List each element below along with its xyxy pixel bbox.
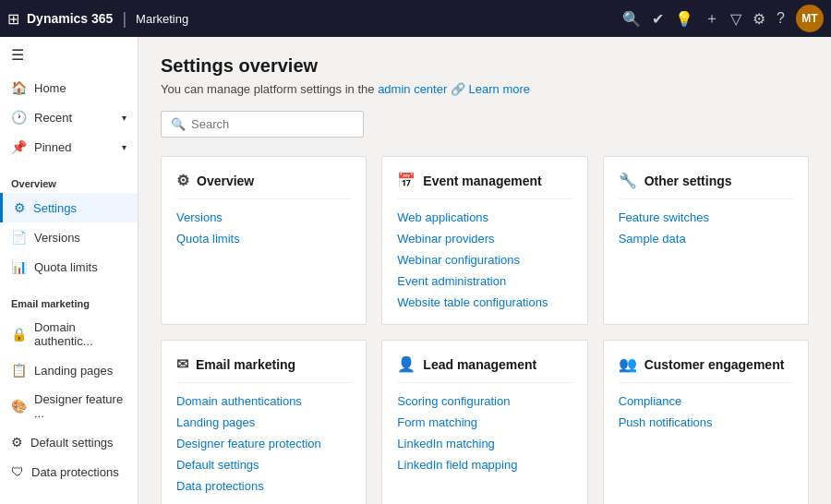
- main-content: Settings overview You can manage platfor…: [138, 37, 831, 504]
- card-link-lead-management-2[interactable]: LinkedIn matching: [397, 437, 572, 450]
- pinned-expand-icon: ▾: [122, 142, 126, 152]
- sidebar-item-recent-label: Recent: [34, 111, 72, 125]
- card-links-email-marketing: Domain authenticationsLanding pagesDesig…: [176, 394, 351, 493]
- sidebar-item-versions[interactable]: 📄 Versions: [0, 222, 138, 252]
- overview-section-title: Overview: [0, 169, 138, 193]
- card-link-other-settings-0[interactable]: Feature switches: [619, 210, 793, 224]
- search-bar[interactable]: 🔍: [161, 111, 364, 138]
- card-link-event-management-3[interactable]: Event administration: [397, 274, 572, 288]
- card-links-overview: VersionsQuota limits: [176, 210, 351, 246]
- settings-icon[interactable]: ⚙: [753, 10, 765, 28]
- card-header-lead-management: 👤 Lead management: [397, 355, 572, 383]
- card-icon-overview: ⚙: [176, 172, 189, 189]
- card-title-overview: Overview: [197, 174, 254, 188]
- pinned-icon: 📌: [11, 139, 27, 154]
- sidebar-item-domain-label: Domain authentic...: [34, 320, 126, 348]
- domain-icon: 🔒: [11, 327, 27, 342]
- learn-more-link[interactable]: Learn more: [469, 82, 530, 96]
- sidebar-item-landing-label: Landing pages: [34, 364, 113, 378]
- card-icon-customer-engagement: 👥: [619, 355, 637, 373]
- settings-sidebar-icon: ⚙: [14, 200, 26, 215]
- top-navigation: ⊞ Dynamics 365 | Marketing 🔍 ✔ 💡 ＋ ▽ ⚙ ?…: [0, 0, 831, 37]
- quota-icon: 📊: [11, 259, 27, 274]
- card-link-lead-management-1[interactable]: Form matching: [397, 415, 572, 429]
- card-header-customer-engagement: 👥 Customer engagement: [619, 355, 793, 383]
- card-header-event-management: 📅 Event management: [397, 172, 572, 199]
- main-layout: ☰ 🏠 Home 🕐 Recent ▾ 📌 Pinned ▾ Overview …: [0, 37, 831, 504]
- settings-card-lead-management: 👤 Lead managementScoring configurationFo…: [381, 340, 587, 504]
- user-avatar[interactable]: MT: [796, 5, 824, 32]
- card-link-overview-0[interactable]: Versions: [176, 210, 351, 224]
- sidebar-hamburger[interactable]: ☰: [0, 37, 138, 73]
- designer-icon: 🎨: [11, 399, 27, 414]
- page-subtitle: You can manage platform settings in the …: [161, 82, 809, 96]
- card-link-event-management-0[interactable]: Web applications: [397, 210, 572, 224]
- card-link-event-management-1[interactable]: Webinar providers: [397, 232, 572, 246]
- help-ring-icon[interactable]: 💡: [675, 10, 693, 28]
- landing-icon: 📋: [11, 363, 27, 378]
- card-link-email-marketing-3[interactable]: Default settings: [176, 458, 351, 472]
- sidebar-item-pinned[interactable]: 📌 Pinned ▾: [0, 132, 138, 162]
- settings-card-other-settings: 🔧 Other settingsFeature switchesSample d…: [603, 156, 809, 325]
- sidebar-item-domain-auth[interactable]: 🔒 Domain authentic...: [0, 313, 138, 355]
- tasks-icon[interactable]: ✔: [652, 10, 664, 28]
- settings-card-email-marketing: ✉ Email marketingDomain authenticationsL…: [161, 340, 367, 504]
- card-link-email-marketing-1[interactable]: Landing pages: [176, 415, 351, 429]
- add-icon[interactable]: ＋: [705, 9, 719, 29]
- sidebar-item-quota-label: Quota limits: [34, 260, 98, 274]
- card-title-email-marketing: Email marketing: [196, 357, 295, 372]
- module-name: Marketing: [136, 12, 188, 26]
- card-link-overview-1[interactable]: Quota limits: [176, 232, 351, 246]
- card-link-email-marketing-0[interactable]: Domain authentications: [176, 394, 351, 408]
- search-icon[interactable]: 🔍: [622, 10, 641, 28]
- card-icon-email-marketing: ✉: [176, 355, 188, 373]
- card-header-overview: ⚙ Overview: [176, 172, 351, 199]
- data-protect-icon: 🛡: [11, 464, 24, 479]
- search-input[interactable]: [191, 117, 354, 131]
- settings-card-overview: ⚙ OverviewVersionsQuota limits: [161, 156, 367, 325]
- card-link-email-marketing-4[interactable]: Data protections: [176, 479, 351, 493]
- sidebar-item-settings[interactable]: ⚙ Settings: [0, 193, 138, 222]
- sidebar-item-default-settings[interactable]: ⚙ Default settings: [0, 427, 138, 457]
- versions-icon: 📄: [11, 230, 27, 245]
- admin-center-link[interactable]: admin center: [378, 82, 447, 96]
- sidebar: ☰ 🏠 Home 🕐 Recent ▾ 📌 Pinned ▾ Overview …: [0, 37, 138, 504]
- card-link-email-marketing-2[interactable]: Designer feature protection: [176, 437, 351, 450]
- default-settings-icon: ⚙: [11, 435, 23, 450]
- recent-expand-icon: ▾: [122, 113, 126, 123]
- card-link-customer-engagement-0[interactable]: Compliance: [619, 394, 793, 408]
- card-links-customer-engagement: CompliancePush notifications: [619, 394, 793, 429]
- card-link-other-settings-1[interactable]: Sample data: [619, 232, 793, 246]
- sidebar-item-home-label: Home: [34, 81, 66, 95]
- sidebar-item-data-label: Data protections: [31, 465, 119, 479]
- app-name[interactable]: Dynamics 365: [27, 11, 113, 26]
- sidebar-item-designer-feature[interactable]: 🎨 Designer feature ...: [0, 385, 138, 427]
- settings-grid: ⚙ OverviewVersionsQuota limits📅 Event ma…: [161, 156, 809, 504]
- card-header-email-marketing: ✉ Email marketing: [176, 355, 351, 383]
- sidebar-item-home[interactable]: 🏠 Home: [0, 73, 138, 102]
- sidebar-item-recent[interactable]: 🕐 Recent ▾: [0, 102, 138, 132]
- filter-icon[interactable]: ▽: [730, 10, 741, 28]
- sidebar-item-quota-limits[interactable]: 📊 Quota limits: [0, 252, 138, 282]
- card-links-lead-management: Scoring configurationForm matchingLinked…: [397, 394, 572, 472]
- card-link-lead-management-3[interactable]: LinkedIn field mapping: [397, 458, 572, 472]
- card-links-event-management: Web applicationsWebinar providersWebinar…: [397, 210, 572, 309]
- settings-card-customer-engagement: 👥 Customer engagementCompliancePush noti…: [603, 340, 809, 504]
- card-link-customer-engagement-1[interactable]: Push notifications: [619, 415, 793, 429]
- search-bar-icon: 🔍: [171, 117, 186, 131]
- card-title-event-management: Event management: [423, 174, 541, 188]
- sidebar-item-settings-label: Settings: [33, 201, 77, 215]
- settings-card-event-management: 📅 Event managementWeb applicationsWebina…: [381, 156, 587, 325]
- card-title-lead-management: Lead management: [423, 357, 536, 372]
- card-link-event-management-4[interactable]: Website table configurations: [397, 295, 572, 309]
- grid-icon[interactable]: ⊞: [7, 10, 19, 28]
- card-header-other-settings: 🔧 Other settings: [619, 172, 793, 199]
- card-link-event-management-2[interactable]: Webinar configurations: [397, 253, 572, 267]
- card-title-other-settings: Other settings: [644, 174, 732, 188]
- card-link-lead-management-0[interactable]: Scoring configuration: [397, 394, 572, 408]
- nav-divider: |: [122, 9, 126, 29]
- sidebar-item-landing-pages[interactable]: 📋 Landing pages: [0, 355, 138, 385]
- recent-icon: 🕐: [11, 110, 27, 125]
- sidebar-item-data-protections[interactable]: 🛡 Data protections: [0, 457, 138, 486]
- question-icon[interactable]: ?: [777, 10, 785, 27]
